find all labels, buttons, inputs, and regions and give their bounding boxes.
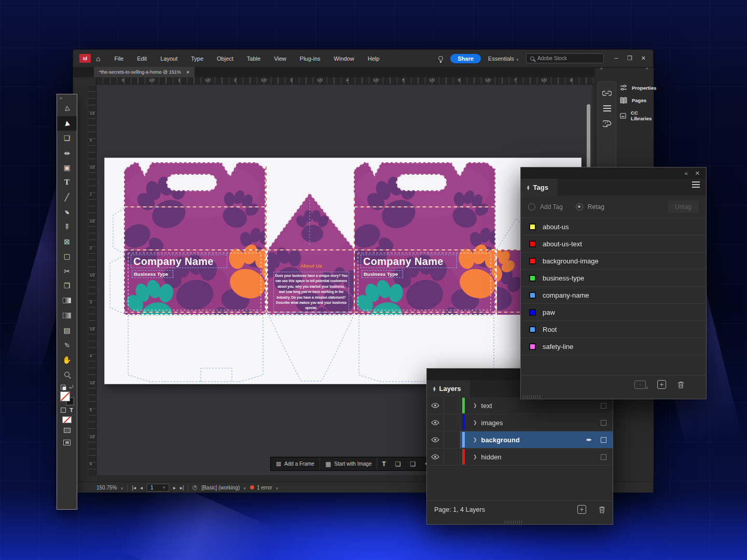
apply-color-button[interactable] <box>64 428 71 433</box>
expand-tools-icon[interactable]: » <box>57 94 64 101</box>
close-panel-icon[interactable]: ✕ <box>695 170 700 177</box>
layer-target-checkbox[interactable] <box>601 420 606 426</box>
new-page-icon[interactable]: ❏ <box>391 460 406 468</box>
menu-layout[interactable]: Layout <box>154 55 184 62</box>
cc-libraries-panel-button[interactable]: CC Libraries <box>620 110 656 121</box>
menu-table[interactable]: Table <box>240 55 267 62</box>
properties-panel-button[interactable]: Properties <box>620 85 656 91</box>
layer-lock-cell[interactable] <box>444 397 460 414</box>
layer-row-text[interactable]: ❯text <box>427 397 613 414</box>
ruler-corner[interactable] <box>89 77 96 85</box>
default-fill-stroke-icon[interactable] <box>61 385 65 389</box>
visibility-eye-icon[interactable] <box>431 437 439 442</box>
about-us-title-frame[interactable]: About Us <box>276 263 347 269</box>
panel-resize-grip[interactable] <box>523 395 541 398</box>
screen-mode-button[interactable] <box>63 440 71 445</box>
formatting-affects-container-icon[interactable] <box>61 408 66 413</box>
collapse-panels-icon[interactable]: « <box>646 66 648 71</box>
visibility-eye-icon[interactable] <box>431 454 439 459</box>
content-collector-tool[interactable]: ▣ <box>57 160 77 175</box>
hand-tool[interactable]: ✋ <box>57 353 77 368</box>
new-tag-button[interactable]: + <box>657 380 666 389</box>
page-tool[interactable]: ❏ <box>57 131 77 146</box>
selection-tool[interactable]: ▷ <box>57 101 77 116</box>
gradient-tool[interactable] <box>57 293 77 309</box>
tag-row[interactable]: paw <box>521 304 706 321</box>
new-layer-button[interactable]: + <box>577 505 586 514</box>
menu-view[interactable]: View <box>267 55 293 62</box>
collapse-panel-icon[interactable]: « <box>685 170 688 176</box>
workspace-switcher[interactable]: Essentials∨ <box>488 55 519 62</box>
tag-row[interactable]: business-type <box>521 270 706 287</box>
visibility-eye-icon[interactable] <box>431 420 439 425</box>
learn-icon[interactable] <box>438 56 443 61</box>
pages-panel-button[interactable]: Pages <box>620 97 656 104</box>
menu-file[interactable]: File <box>107 55 130 62</box>
tag-row[interactable]: company-name <box>521 287 706 304</box>
eyedropper-tool[interactable]: ✑ <box>57 338 77 353</box>
expand-layer-icon[interactable]: ❯ <box>473 437 477 442</box>
company-name-text-frame[interactable]: Company Name <box>131 255 227 268</box>
share-button[interactable]: Share <box>450 54 481 63</box>
note-tool[interactable]: ▤ <box>57 323 77 338</box>
previous-page-button[interactable]: ◂ <box>140 485 143 491</box>
tag-row[interactable]: background-image <box>521 253 706 270</box>
home-icon[interactable]: ⌂ <box>96 54 100 63</box>
menu-type[interactable]: Type <box>184 55 210 62</box>
tag-row[interactable]: about-us <box>521 218 706 235</box>
color-palette-icon[interactable] <box>603 120 612 127</box>
menu-window[interactable]: Window <box>327 55 361 62</box>
rectangle-tool[interactable]: ▢ <box>57 249 77 264</box>
zoom-tool[interactable] <box>57 367 77 382</box>
untag-button[interactable]: Untag <box>668 201 699 213</box>
collapse-panels-icon[interactable]: « <box>600 66 603 71</box>
company-name-text-frame[interactable]: Company Name <box>361 255 457 268</box>
direct-selection-tool[interactable]: ▶ <box>57 116 77 131</box>
layer-row-images[interactable]: ❯images <box>427 414 613 431</box>
layer-row-background[interactable]: ❯background✒ <box>427 431 613 449</box>
about-us-body-frame[interactable]: Does your business have a unique story? … <box>273 272 349 313</box>
pen-tool[interactable]: ✒ <box>57 205 77 220</box>
scissors-tool[interactable]: ✂ <box>57 264 77 279</box>
indesign-app-icon[interactable]: Id <box>79 54 91 63</box>
frame-tool[interactable]: ⊠ <box>57 234 77 249</box>
menu-edit[interactable]: Edit <box>130 55 154 62</box>
expand-layer-icon[interactable]: ❯ <box>473 420 477 425</box>
type-tool-button[interactable]: T <box>377 460 390 468</box>
last-page-button[interactable]: ▸| <box>180 485 184 491</box>
expand-layer-icon[interactable]: ❯ <box>473 403 477 408</box>
document-tab[interactable]: *the-secrets-to-selling-a-home @ 151% ✕ <box>94 67 195 77</box>
menu-help[interactable]: Help <box>361 55 386 62</box>
retag-radio[interactable] <box>576 203 583 211</box>
start-with-image-button[interactable]: ▦Start with Image <box>320 457 378 470</box>
preflight-profile[interactable]: [Basic] (working) ∨ <box>201 485 246 491</box>
layer-lock-cell[interactable] <box>444 414 460 431</box>
panel-resize-grip[interactable] <box>505 521 522 524</box>
fill-swatch-none[interactable] <box>60 391 70 401</box>
business-type-text-frame[interactable]: Business Type <box>132 270 173 278</box>
business-type-text-frame[interactable]: Business Type <box>362 270 403 278</box>
line-tool[interactable]: ╱ <box>57 190 77 205</box>
preflight-icon[interactable] <box>192 485 197 490</box>
close-button[interactable]: ✕ <box>641 55 646 62</box>
preflight-errors[interactable]: 1 error ∨ <box>250 485 278 491</box>
apply-none-button[interactable] <box>62 416 72 423</box>
adobe-stock-search[interactable]: Adobe Stock <box>526 53 604 63</box>
layer-row-hidden[interactable]: ❯hidden <box>427 449 613 466</box>
layers-tab[interactable]: ▴▾Layers <box>427 380 470 397</box>
type-tool[interactable]: T <box>57 175 77 190</box>
layer-lock-cell[interactable] <box>444 449 460 465</box>
autotag-icon[interactable]: ◦ <box>634 381 646 389</box>
swap-fill-stroke-icon[interactable]: ⤾ <box>70 384 74 390</box>
tag-row[interactable]: Root <box>521 321 706 338</box>
delete-layer-trash-icon[interactable] <box>599 506 605 513</box>
fill-stroke-swatches[interactable] <box>60 391 74 405</box>
page-settings-icon[interactable]: ❏ <box>406 460 421 468</box>
first-page-button[interactable]: |◂ <box>132 485 136 491</box>
menu-plugins[interactable]: Plug-ins <box>293 55 327 62</box>
tags-tab[interactable]: ▴▾Tags <box>521 179 558 196</box>
zoom-level[interactable]: 150.75% ∨ <box>96 485 123 491</box>
add-tag-radio[interactable] <box>528 203 535 211</box>
link-icon[interactable] <box>602 90 612 96</box>
minimize-button[interactable]: ─ <box>614 55 618 62</box>
